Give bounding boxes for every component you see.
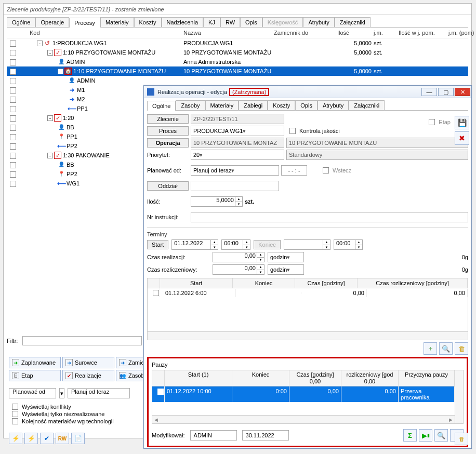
wstecz-checkbox[interactable] bbox=[323, 167, 329, 173]
dlg-tab-zasoby[interactable]: Zasoby bbox=[176, 100, 205, 110]
expand-icon[interactable]: - bbox=[37, 41, 43, 46]
ilosc-input[interactable]: 5,0000▲▼ bbox=[191, 196, 243, 207]
tree-row-check[interactable] bbox=[10, 143, 16, 150]
bolt-green-icon[interactable]: ⚡ bbox=[24, 433, 38, 444]
delete-icon[interactable]: ✖ bbox=[455, 131, 469, 145]
bolt-yellow-icon[interactable]: ⚡ bbox=[9, 433, 22, 444]
expand-icon[interactable]: - bbox=[47, 115, 53, 121]
sigma-icon[interactable]: Σ bbox=[403, 429, 417, 442]
main-tab-nadzlecenia[interactable]: Nadzlecenia bbox=[162, 17, 204, 27]
tree-row-check[interactable] bbox=[10, 162, 16, 168]
koniec-time[interactable]: 00:00▲▼ bbox=[334, 239, 363, 250]
terminy-grid[interactable]: Start Koniec Czas [godziny] Czas rozlicz… bbox=[147, 278, 468, 340]
g1-row[interactable]: 01.12.2022 6:00 0,00 0,00 bbox=[148, 288, 468, 297]
main-tab-materiały[interactable]: Materiały bbox=[100, 17, 134, 27]
minimize-button[interactable]: — bbox=[421, 88, 437, 96]
tree-row[interactable]: -1:PRODUKCJA WG1PRODUKCJA WG15,0000szt. bbox=[7, 38, 468, 48]
tree-row-check[interactable] bbox=[10, 50, 16, 56]
priorytet-select[interactable]: 20 bbox=[191, 150, 284, 160]
tree-row-check[interactable] bbox=[10, 78, 16, 84]
dlg-tab-atrybuty[interactable]: Atrybuty bbox=[318, 100, 349, 110]
main-tab-atrybuty[interactable]: Atrybuty bbox=[303, 17, 334, 27]
main-tab-ogólne[interactable]: Ogólne bbox=[7, 17, 35, 27]
check-icon[interactable]: ✔ bbox=[40, 433, 54, 444]
action-realizacje[interactable]: ✔Realizacje bbox=[62, 370, 114, 381]
filter-input[interactable] bbox=[22, 336, 142, 345]
tree-row-check[interactable] bbox=[10, 41, 16, 47]
proces-label[interactable]: Proces bbox=[147, 126, 189, 136]
plan-from-value[interactable]: Planuj od teraz bbox=[68, 388, 130, 398]
plan-from-button[interactable]: Planować od bbox=[9, 388, 56, 398]
planod-select[interactable]: Planuj od teraz bbox=[191, 165, 279, 176]
option-check[interactable]: Kolejność materiałów wg technologii bbox=[9, 418, 114, 424]
tree-row-check[interactable] bbox=[10, 87, 16, 94]
main-tab-koszty[interactable]: Koszty bbox=[134, 17, 162, 27]
main-tab-procesy[interactable]: Procesy bbox=[69, 18, 100, 28]
g1-hscroll[interactable] bbox=[148, 331, 468, 340]
add-icon[interactable]: ＋ bbox=[424, 342, 437, 355]
start-date[interactable]: 01.12.2022▲▼ bbox=[171, 239, 218, 250]
maximize-button[interactable]: ▢ bbox=[438, 88, 454, 96]
main-tab-rw[interactable]: RW bbox=[220, 17, 240, 27]
option-check[interactable]: Wyświetlaj tylko niezrealizowane bbox=[9, 411, 114, 417]
nrinstr-field[interactable] bbox=[191, 212, 468, 222]
play-pause-icon[interactable]: ▶▮ bbox=[419, 429, 432, 442]
save-icon[interactable]: 💾 bbox=[455, 116, 469, 129]
dlg-tab-koszty[interactable]: Koszty bbox=[268, 100, 295, 110]
start-button[interactable]: Start bbox=[147, 240, 168, 249]
tree-row-check[interactable] bbox=[10, 59, 16, 65]
main-tab-opis[interactable]: Opis bbox=[240, 17, 262, 27]
tree-row-check[interactable] bbox=[10, 69, 16, 75]
dialog-trash-icon[interactable]: 🗑 bbox=[455, 433, 468, 445]
g1-row-check[interactable] bbox=[153, 290, 159, 296]
koniec-date[interactable]: ▲▼ bbox=[284, 239, 330, 250]
action-etap[interactable]: EEtap bbox=[9, 370, 61, 381]
search-icon[interactable]: 🔍 bbox=[439, 342, 453, 355]
tree-row-check[interactable] bbox=[10, 115, 16, 122]
oddzial-label[interactable]: Oddział bbox=[147, 181, 189, 191]
zlecenie-label[interactable]: Zlecenie bbox=[147, 114, 189, 124]
main-tab-załączniki[interactable]: Załączniki bbox=[335, 17, 371, 27]
dlg-tab-zabiegi[interactable]: Zabiegi bbox=[239, 100, 268, 110]
expand-icon[interactable]: - bbox=[47, 50, 53, 56]
planod-time[interactable]: - - : - bbox=[281, 165, 307, 176]
kj-checkbox[interactable] bbox=[289, 128, 296, 134]
main-tab-kj[interactable]: KJ bbox=[203, 17, 220, 27]
tree-row-check[interactable] bbox=[10, 106, 16, 112]
action-surowce[interactable]: ➜Surowce bbox=[62, 357, 114, 368]
dlg-tab-materiały[interactable]: Materiały bbox=[205, 100, 239, 110]
tree-row-check[interactable] bbox=[10, 153, 16, 159]
g2-row[interactable]: 01.12.2022 10:00 0:00 0,00 0,00 Przerwa … bbox=[152, 386, 455, 402]
tree-row-check[interactable] bbox=[10, 97, 16, 103]
g2-hscroll[interactable]: ◄► bbox=[152, 415, 455, 423]
czasreal-unit[interactable]: godzin bbox=[268, 252, 304, 262]
tree-row[interactable]: ADMIN bbox=[7, 76, 468, 85]
etap-check[interactable]: Etap bbox=[426, 119, 451, 125]
tree-row-check[interactable] bbox=[10, 125, 16, 131]
czasroz-value[interactable]: 0,00▲▼ bbox=[213, 264, 265, 275]
g2-row-check[interactable] bbox=[157, 389, 164, 395]
dlg-tab-opis[interactable]: Opis bbox=[295, 100, 318, 110]
proces-select[interactable]: PRODUKCJA WG1 bbox=[191, 126, 284, 136]
tree-row-check[interactable] bbox=[10, 134, 16, 140]
pauzy-grid[interactable]: Start (1) Koniec Czas [godziny] 0,00 roz… bbox=[152, 370, 464, 424]
close-button[interactable]: ✕ bbox=[455, 88, 470, 96]
tree-row[interactable]: -1:10 PRZYGOTOWANIE MONTAŻU10 PRZYGOTOWA… bbox=[7, 48, 468, 57]
trash-icon[interactable]: 🗑 bbox=[455, 342, 468, 355]
rw-icon[interactable]: RW bbox=[56, 433, 69, 444]
tree-row[interactable]: ADMINAnna Administratorska bbox=[7, 57, 468, 66]
g2-vscroll[interactable] bbox=[455, 370, 463, 423]
operacja-label[interactable]: Operacja bbox=[147, 138, 189, 148]
expand-icon[interactable]: - bbox=[47, 153, 53, 158]
dlg-tab-ogólne[interactable]: Ogólne bbox=[147, 101, 176, 111]
action-zaplanowane[interactable]: ➜Zaplanowane bbox=[9, 357, 61, 368]
tree-row-check[interactable] bbox=[10, 181, 16, 187]
dlg-tab-załączniki[interactable]: Załączniki bbox=[349, 100, 385, 110]
doc-icon[interactable]: 📄 bbox=[71, 433, 85, 444]
oddzial-field[interactable] bbox=[191, 181, 279, 191]
plan-from-arrow-icon[interactable]: ▾ bbox=[59, 388, 64, 398]
start-time[interactable]: 06:00▲▼ bbox=[221, 239, 250, 250]
main-tab-operacje[interactable]: Operacje bbox=[35, 17, 69, 27]
czasreal-value[interactable]: 0,00▲▼ bbox=[213, 252, 265, 262]
dialog-titlebar[interactable]: Realizacja operacji - edycja (Zatrzymana… bbox=[144, 86, 471, 98]
